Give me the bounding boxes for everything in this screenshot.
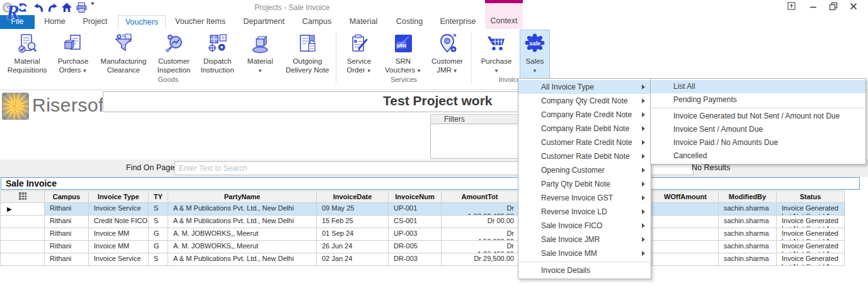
cell-woffamount[interactable] bbox=[653, 203, 719, 216]
print-icon[interactable] bbox=[76, 2, 87, 13]
menu-item-customer-rate-credit-note[interactable]: Customer Rate Credit Note bbox=[518, 136, 651, 149]
cell-status[interactable]: Invoice Generatedbut Not Sent / Amount n… bbox=[777, 216, 845, 228]
cell-amounttot[interactable]: Dr1,23,456.00 bbox=[442, 241, 518, 253]
row-selector-cell[interactable] bbox=[1, 253, 45, 266]
cell-invoicedate[interactable]: 09 May 25 bbox=[317, 203, 389, 216]
cell-campus[interactable]: Rithani bbox=[45, 253, 89, 266]
tab-context[interactable]: Context bbox=[485, 0, 523, 29]
cell-campus[interactable]: Rithani bbox=[45, 203, 89, 216]
cell-invoice-type[interactable]: Credit Note FICO bbox=[89, 216, 149, 228]
column-header-amounttot[interactable]: AmountTot bbox=[442, 191, 518, 203]
row-selector-cell[interactable]: ▶ bbox=[1, 203, 45, 216]
menu-item-sale-invoice-mm[interactable]: Sale Invoice MM bbox=[518, 246, 651, 260]
menu-item-opening-customer[interactable]: Opening Customer bbox=[518, 163, 651, 177]
cell-status[interactable]: Invoice Generatedbut Not Sent / Amount n… bbox=[777, 228, 845, 241]
menu-item-all-invoice-type[interactable]: All Invoice Type bbox=[518, 80, 651, 94]
cell-campus[interactable]: Rithani bbox=[45, 241, 89, 253]
cell-partyname[interactable]: A. M. JOBWORKS,, Meerut bbox=[168, 228, 317, 241]
menu-item-reverse-invoice-gst[interactable]: Reverse Invoice GST bbox=[518, 191, 651, 205]
cell-woffamount[interactable] bbox=[653, 241, 719, 253]
row-selector-cell[interactable] bbox=[1, 241, 45, 253]
cell-partyname[interactable]: A & M Publications Pvt. Ltd., New Delhi bbox=[168, 216, 317, 228]
menu-item-party-qty-debit-note[interactable]: Party Qty Debit Note bbox=[518, 177, 651, 191]
cell-ty[interactable]: G bbox=[149, 228, 168, 241]
cell-invoicenum[interactable]: UP-003 bbox=[389, 228, 442, 241]
cell-campus[interactable]: Rithani bbox=[45, 228, 89, 241]
column-header-status[interactable]: Status bbox=[777, 191, 845, 203]
redo-icon[interactable] bbox=[47, 2, 59, 13]
submenu-item-invoice-paid[interactable]: Invoice Paid / No Amounts Due bbox=[651, 136, 865, 149]
cell-ty[interactable]: S bbox=[149, 203, 168, 216]
tab-home[interactable]: Home bbox=[36, 15, 74, 29]
submenu-item-invoice-sent-amount-due[interactable]: Invoice Sent / Amount Due bbox=[651, 123, 865, 136]
submenu-item-list-all[interactable]: List All bbox=[651, 80, 865, 93]
column-header-partyname[interactable]: PartyName bbox=[168, 191, 317, 203]
submenu-item-invoice-generated-not-sent[interactable]: Invoice Generated but Not Sent / Amount … bbox=[651, 110, 865, 123]
cell-status[interactable]: Invoice Generatedbut Not Sent / Amount n… bbox=[777, 253, 845, 266]
cell-modifiedby[interactable]: sachin.sharma bbox=[719, 228, 777, 241]
menu-item-company-qty-credit-note[interactable]: Company Qty Credit Note bbox=[518, 94, 651, 108]
cell-amounttot[interactable]: Dr4,56,000.00 bbox=[442, 228, 518, 241]
tab-department[interactable]: Department bbox=[235, 15, 293, 29]
cell-invoicedate[interactable]: 01 Sep 24 bbox=[317, 228, 389, 241]
cell-invoicenum[interactable]: CS-001 bbox=[389, 216, 442, 228]
menu-item-customer-rate-debit-note[interactable]: Customer Rate Debit Note bbox=[518, 149, 651, 163]
cell-invoice-type[interactable]: Invoice Service bbox=[89, 253, 149, 266]
row-selector-cell[interactable] bbox=[1, 216, 45, 228]
menu-item-company-rate-debit-note[interactable]: Company Rate Debit Note bbox=[518, 122, 651, 136]
cell-invoice-type[interactable]: Invoice MM bbox=[89, 241, 149, 253]
tab-project[interactable]: Project bbox=[74, 15, 117, 29]
ribbon-button-material[interactable]: Material▼ bbox=[241, 30, 280, 87]
cell-invoicenum[interactable]: UP-001 bbox=[389, 203, 442, 216]
menu-item-reverse-invoice-ld[interactable]: Reverse Invoice LD bbox=[518, 205, 651, 219]
cell-partyname[interactable]: A & M Publications Pvt. Ltd., New Delhi bbox=[168, 203, 317, 216]
minimize-button[interactable] bbox=[805, 2, 821, 13]
table-row[interactable]: Rithani Invoice MM G A. M. JOBWORKS,, Me… bbox=[1, 241, 845, 253]
ribbon-button-material-requisitions[interactable]: Material Requisitions bbox=[3, 30, 51, 87]
cell-ty[interactable]: S bbox=[149, 216, 168, 228]
column-header-campus[interactable]: Campus bbox=[45, 191, 89, 203]
cell-modifiedby[interactable]: sachin.sharma bbox=[719, 253, 777, 266]
home-icon[interactable] bbox=[61, 2, 72, 13]
row-selector-cell[interactable] bbox=[1, 228, 45, 241]
ribbon-collapse-icon[interactable] bbox=[783, 2, 799, 13]
cell-amounttot[interactable]: Dr 00.00 bbox=[442, 216, 518, 228]
cell-invoice-type[interactable]: Invoice Service bbox=[89, 203, 149, 216]
cell-campus[interactable]: Rithani bbox=[45, 216, 89, 228]
cell-invoice-type[interactable]: Invoice MM bbox=[89, 228, 149, 241]
ribbon-button-dispatch-instruction[interactable]: Dispatch Instruction bbox=[196, 30, 239, 87]
cell-woffamount[interactable] bbox=[653, 228, 719, 241]
column-header-invoicedate[interactable]: InvoiceDate bbox=[317, 191, 389, 203]
tab-material[interactable]: Material bbox=[342, 15, 385, 29]
cell-invoicedate[interactable]: 02 Jan 24 bbox=[317, 253, 389, 266]
column-header-invoicenum[interactable]: InvoiceNum bbox=[389, 191, 442, 203]
column-header-modifiedby[interactable]: ModifiedBy bbox=[719, 191, 777, 203]
tab-enterprise[interactable]: Enterprise bbox=[433, 15, 483, 29]
tab-costing[interactable]: Costing bbox=[389, 15, 430, 29]
cell-amounttot[interactable]: Dr1,08,02,430.00 bbox=[442, 203, 518, 216]
cell-woffamount[interactable] bbox=[653, 216, 719, 228]
table-row[interactable]: Rithani Credit Note FICO S A & M Publica… bbox=[1, 216, 845, 228]
close-button[interactable] bbox=[845, 2, 862, 13]
cell-ty[interactable]: S bbox=[149, 253, 168, 266]
restore-button[interactable] bbox=[825, 2, 842, 13]
cell-invoicenum[interactable]: DR-005 bbox=[389, 241, 442, 253]
tab-campus[interactable]: Campus bbox=[296, 15, 338, 29]
cell-status[interactable]: Invoice Generatedbut Not Sent / Amount n… bbox=[777, 241, 845, 253]
column-header-invoice-type[interactable]: Invoice Type bbox=[89, 191, 149, 203]
grid-selector-header[interactable] bbox=[1, 191, 45, 203]
cell-partyname[interactable]: A & M Publications Pvt. Ltd., New Delhi bbox=[168, 253, 317, 266]
cell-invoicedate[interactable]: 15 Feb 25 bbox=[317, 216, 389, 228]
menu-item-company-rate-credit-note[interactable]: Company Rate Credit Note bbox=[518, 108, 651, 122]
ribbon-button-purchase-orders[interactable]: Purchase Orders▼ bbox=[53, 30, 93, 87]
menu-item-invoice-details[interactable]: Invoice Details bbox=[518, 263, 651, 277]
menu-item-sale-invoice-fico[interactable]: Sale Invoice FICO bbox=[518, 219, 651, 233]
table-row[interactable]: ▶ Rithani Invoice Service S A & M Public… bbox=[1, 203, 845, 216]
submenu-item-cancelled[interactable]: Cancelled bbox=[651, 149, 865, 163]
tab-voucher-items[interactable]: Voucher Items bbox=[169, 15, 231, 29]
cell-partyname[interactable]: A. M. JOBWORKS,, Meerut bbox=[168, 241, 317, 253]
cell-ty[interactable]: G bbox=[149, 241, 168, 253]
cell-invoicedate[interactable]: 26 Jun 24 bbox=[317, 241, 389, 253]
submenu-item-pending-payments[interactable]: Pending Payments bbox=[651, 93, 865, 107]
column-header-ty[interactable]: TY bbox=[149, 191, 168, 203]
